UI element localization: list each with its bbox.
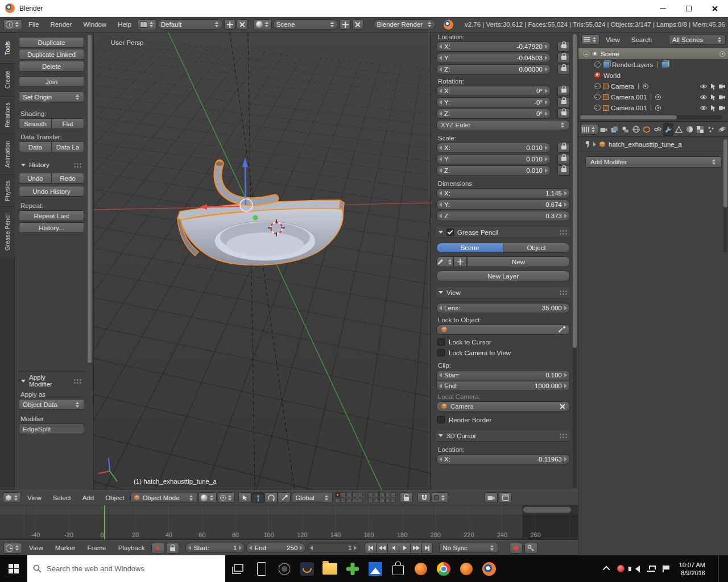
network-icon[interactable] — [647, 566, 655, 572]
screen-layout-browse-button[interactable] — [138, 19, 156, 30]
maximize-button[interactable] — [676, 0, 702, 17]
taskbar-app-orange-1[interactable] — [410, 555, 432, 582]
decrease-arrow-icon[interactable] — [439, 457, 442, 462]
menu-window[interactable]: Window — [78, 19, 111, 30]
search-input[interactable] — [47, 564, 200, 573]
viewport-editor-type-button[interactable] — [3, 492, 21, 503]
decrease-arrow-icon[interactable] — [439, 89, 442, 93]
selectable-arrow-icon[interactable] — [710, 94, 716, 101]
render-border-checkbox[interactable] — [437, 416, 445, 423]
render-engine-dropdown[interactable]: Blender Render — [374, 19, 436, 30]
properties-shelf-scrollbar[interactable] — [573, 34, 577, 488]
decrease-arrow-icon[interactable] — [439, 384, 442, 388]
layer-toggle[interactable] — [346, 498, 351, 503]
panel-grip-icon[interactable] — [73, 379, 82, 384]
screen-layout-delete-button[interactable] — [237, 19, 248, 30]
increase-arrow-icon[interactable] — [564, 384, 567, 388]
layer-toggle[interactable] — [374, 498, 379, 503]
increase-arrow-icon[interactable] — [239, 546, 242, 550]
rotate-manipulator-button[interactable] — [264, 492, 278, 503]
lock-scale-x-button[interactable] — [557, 143, 570, 153]
increase-arrow-icon[interactable] — [564, 306, 567, 310]
decrease-arrow-icon[interactable] — [439, 111, 442, 116]
outliner-editor-type-button[interactable] — [581, 34, 599, 45]
lock-rotation-y-button[interactable] — [557, 97, 570, 107]
auto-keyframe-button[interactable] — [151, 543, 164, 554]
expand-icon[interactable] — [594, 61, 601, 68]
properties-scrollbar[interactable] — [723, 139, 727, 253]
layer-toggle[interactable] — [346, 492, 351, 497]
taskbar-search[interactable] — [27, 555, 225, 582]
cursor-panel-header[interactable]: 3D Cursor — [436, 430, 570, 442]
gp-new-button[interactable]: New — [467, 256, 570, 267]
outliner-hscrollbar[interactable] — [580, 115, 722, 119]
selectable-arrow-icon[interactable] — [710, 105, 716, 111]
tab-modifiers[interactable] — [663, 123, 673, 136]
layer-toggle[interactable] — [352, 492, 357, 497]
minimize-button[interactable] — [650, 0, 676, 17]
layer-toggle[interactable] — [352, 498, 357, 503]
timeline-menu-frame[interactable]: Frame — [82, 542, 111, 554]
tab-object[interactable] — [642, 123, 652, 136]
frame-start-field[interactable]: Start: 1 — [185, 543, 245, 553]
outliner-row-world[interactable]: World — [578, 70, 728, 81]
layer-toggle[interactable] — [385, 498, 390, 503]
taskbar-app-photos[interactable] — [364, 555, 387, 582]
gp-scene-button[interactable]: Scene — [436, 243, 503, 253]
tab-material[interactable] — [685, 123, 695, 136]
visibility-eye-icon[interactable] — [700, 94, 708, 100]
delete-button[interactable]: Delete — [19, 61, 84, 72]
viewport-menu-select[interactable]: Select — [48, 492, 76, 504]
outliner-menu-search[interactable]: Search — [626, 34, 657, 45]
expand-icon[interactable] — [594, 83, 601, 89]
duplicate-linked-button[interactable]: Duplicate Linked — [19, 49, 84, 60]
timeline-editor-type-button[interactable] — [3, 543, 22, 554]
timeline-editor[interactable]: -40 -20 0 20 40 60 80 100 120 140 160 18… — [0, 505, 578, 540]
tab-constraints[interactable] — [652, 123, 663, 136]
decrease-arrow-icon[interactable] — [439, 191, 442, 196]
opengl-render-image-button[interactable] — [485, 492, 498, 503]
undo-history-button[interactable]: Undo History — [19, 186, 84, 197]
decrease-arrow-icon[interactable] — [439, 100, 442, 105]
selectable-arrow-icon[interactable] — [710, 83, 716, 90]
redo-button[interactable]: Redo — [51, 173, 84, 184]
layer-toggle[interactable] — [358, 498, 363, 503]
layer-toggle[interactable] — [341, 498, 346, 503]
gp-object-button[interactable]: Object — [503, 243, 570, 253]
set-origin-dropdown[interactable]: Set Origin — [19, 92, 84, 102]
decrease-arrow-icon[interactable] — [310, 546, 313, 550]
grease-pencil-checkbox[interactable] — [446, 228, 454, 236]
scene-add-button[interactable] — [340, 19, 351, 30]
decrease-arrow-icon[interactable] — [439, 202, 442, 207]
keyingset-lock-button[interactable] — [166, 543, 179, 554]
lock-to-object-field[interactable] — [436, 325, 570, 335]
lock-location-x-button[interactable] — [557, 41, 570, 52]
keying-set-button[interactable] — [524, 543, 537, 554]
location-z-field[interactable]: Z:0.00000 — [436, 64, 551, 74]
increase-arrow-icon[interactable] — [545, 44, 548, 49]
viewport-menu-object[interactable]: Object — [100, 492, 129, 504]
lock-scale-y-button[interactable] — [557, 154, 570, 164]
lock-location-z-button[interactable] — [557, 64, 570, 74]
rotation-z-field[interactable]: Z:0° — [436, 109, 551, 119]
scale-manipulator-button[interactable] — [278, 492, 291, 503]
increase-arrow-icon[interactable] — [545, 67, 548, 72]
tab-particles[interactable] — [706, 123, 716, 136]
gp-new-layer-button[interactable]: New Layer — [436, 271, 570, 281]
shade-smooth-button[interactable]: Smooth — [19, 118, 51, 129]
outliner-row-camera-001b[interactable]: Camera.001 — [578, 102, 728, 113]
lock-scale-z-button[interactable] — [557, 165, 570, 176]
decrease-arrow-icon[interactable] — [249, 546, 252, 550]
taskbar-app-chrome[interactable] — [432, 555, 455, 582]
local-camera-field[interactable]: Camera — [436, 401, 570, 411]
renderable-icon[interactable] — [719, 51, 725, 57]
start-button[interactable] — [0, 555, 27, 582]
play-button[interactable] — [399, 543, 410, 554]
menu-help[interactable]: Help — [113, 19, 136, 30]
decrease-arrow-icon[interactable] — [439, 157, 442, 161]
eyedropper-icon[interactable] — [559, 326, 565, 333]
scene-delete-button[interactable] — [352, 19, 363, 30]
toolshelf-scrollbar[interactable] — [88, 35, 92, 364]
outliner-row-camera-001[interactable]: Camera.001 — [578, 92, 728, 102]
layer-toggle[interactable] — [368, 498, 373, 503]
